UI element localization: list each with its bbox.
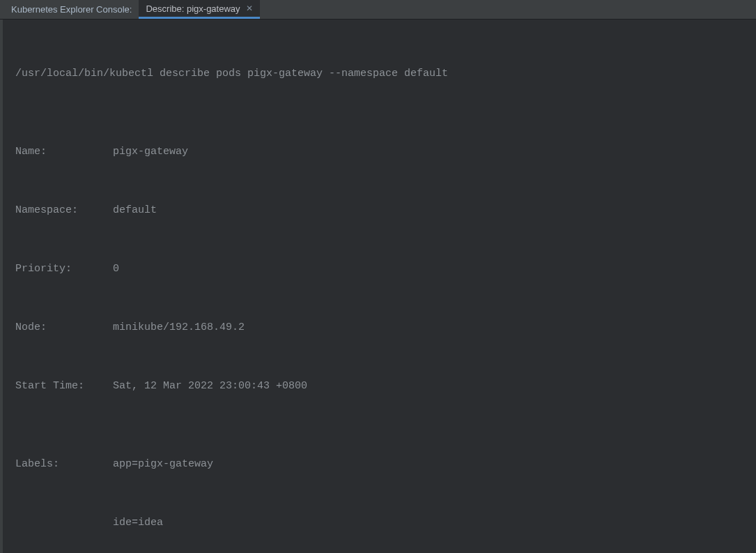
command-line: /usr/local/bin/kubectl describe pods pig… (15, 64, 749, 84)
tab-bar: Kubernetes Explorer Console: Describe: p… (0, 0, 756, 20)
tab-describe-label: Describe: pigx-gateway (146, 3, 240, 14)
label-value: ide=idea (15, 513, 749, 533)
field-labels: Labels:app=pigx-gateway (15, 455, 749, 474)
tab-console-label: Kubernetes Explorer Console: (11, 4, 132, 15)
tab-console[interactable]: Kubernetes Explorer Console: (4, 0, 139, 19)
close-icon[interactable]: ✕ (246, 3, 253, 13)
gutter (0, 20, 3, 553)
field-start-time: Start Time:Sat, 12 Mar 2022 23:00:43 +08… (15, 377, 749, 396)
field-node: Node:minikube/192.168.49.2 (15, 318, 749, 338)
console-output: /usr/local/bin/kubectl describe pods pig… (0, 20, 756, 553)
field-priority: Priority:0 (15, 259, 749, 279)
tab-describe[interactable]: Describe: pigx-gateway ✕ (139, 0, 259, 19)
field-namespace: Namespace:default (15, 201, 749, 220)
field-name: Name:pigx-gateway (15, 142, 749, 162)
